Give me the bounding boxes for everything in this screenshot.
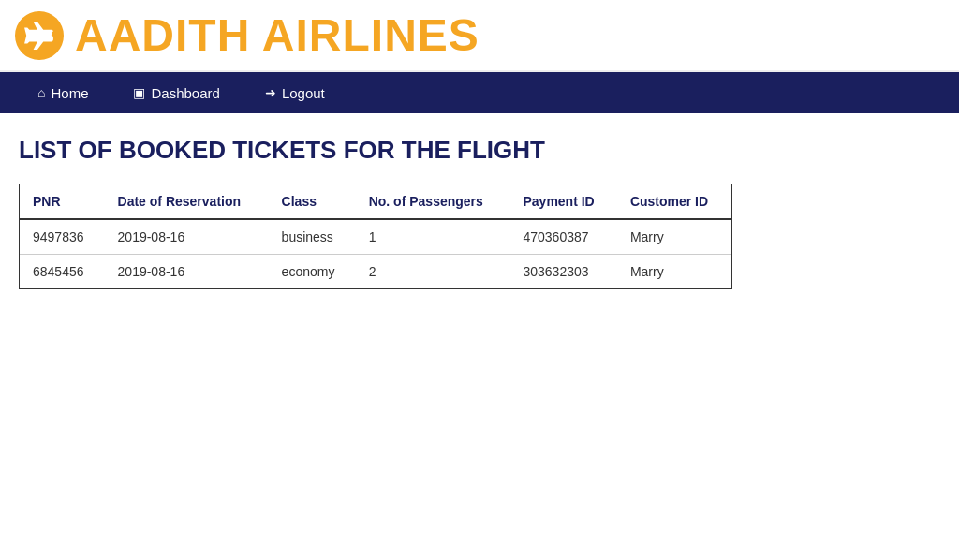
nav-home[interactable]: ⌂ Home: [15, 72, 111, 113]
col-payment: Payment ID: [509, 184, 616, 219]
col-date: Date of Reservation: [105, 184, 269, 219]
table-header-row: PNR Date of Reservation Class No. of Pas…: [20, 184, 731, 219]
table-row: 94978362019-08-16business1470360387Marry: [20, 219, 731, 255]
col-passengers: No. of Passengers: [356, 184, 510, 219]
table-row: 68454562019-08-16economy2303632303Marry: [20, 255, 731, 289]
col-class: Class: [269, 184, 356, 219]
cell-r0-c1: 2019-08-16: [105, 219, 269, 255]
cell-r0-c5: Marry: [617, 219, 731, 255]
airplane-icon: [23, 20, 55, 52]
cell-r1-c3: 2: [356, 255, 510, 289]
nav-home-label: Home: [51, 85, 88, 101]
table-body: 94978362019-08-16business1470360387Marry…: [20, 219, 731, 288]
nav-logout[interactable]: ➜ Logout: [243, 72, 347, 113]
main-navbar: ⌂ Home ▣ Dashboard ➜ Logout: [0, 72, 959, 113]
cell-r1-c0: 6845456: [20, 255, 105, 289]
tickets-table: PNR Date of Reservation Class No. of Pas…: [20, 184, 731, 288]
cell-r0-c0: 9497836: [20, 219, 105, 255]
nav-dashboard[interactable]: ▣ Dashboard: [111, 72, 242, 113]
site-title: AADITH AIRLINES: [75, 9, 480, 61]
col-customer: Customer ID: [617, 184, 731, 219]
cell-r1-c5: Marry: [617, 255, 731, 289]
cell-r1-c4: 303632303: [509, 255, 616, 289]
cell-r0-c2: business: [269, 219, 356, 255]
site-header: AADITH AIRLINES: [0, 0, 959, 72]
cell-r0-c3: 1: [356, 219, 510, 255]
home-icon: ⌂: [37, 85, 45, 100]
logout-icon: ➜: [265, 85, 276, 100]
cell-r1-c1: 2019-08-16: [105, 255, 269, 289]
page-title: LIST OF BOOKED TICKETS FOR THE FLIGHT: [19, 136, 940, 165]
nav-logout-label: Logout: [282, 85, 325, 101]
cell-r0-c4: 470360387: [509, 219, 616, 255]
nav-dashboard-label: Dashboard: [151, 85, 219, 101]
main-content: LIST OF BOOKED TICKETS FOR THE FLIGHT PN…: [0, 113, 959, 316]
logo-icon: [15, 11, 64, 60]
tickets-table-container: PNR Date of Reservation Class No. of Pas…: [19, 184, 732, 289]
col-pnr: PNR: [20, 184, 105, 219]
dashboard-icon: ▣: [133, 85, 145, 100]
cell-r1-c2: economy: [269, 255, 356, 289]
